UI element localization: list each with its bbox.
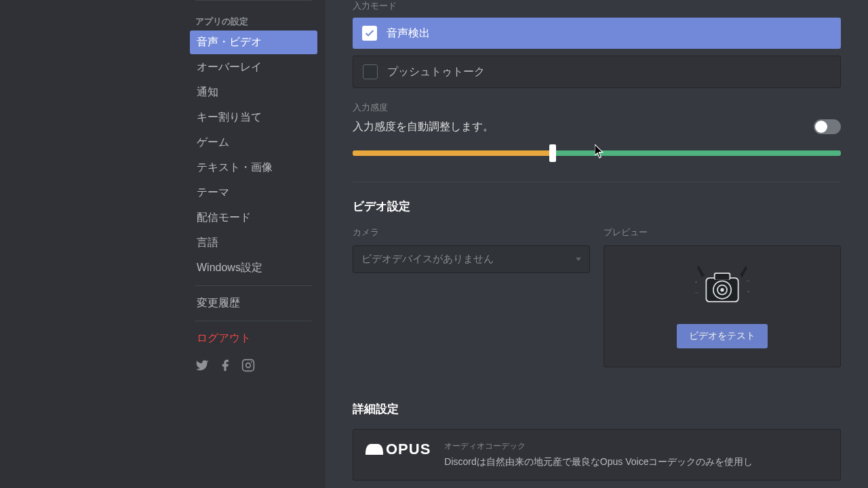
svg-point-2 (251, 361, 252, 363)
sidebar-item-game-activity[interactable]: ゲーム (190, 131, 317, 155)
sidebar-item-overlay[interactable]: オーバーレイ (190, 56, 317, 79)
camera-icon (692, 264, 753, 312)
input-mode-header: 入力モード (353, 0, 841, 12)
sidebar-header-app: アプリの設定 (190, 6, 317, 30)
ptt-label: プッシュトゥトーク (387, 65, 485, 79)
sidebar-item-appearance[interactable]: テーマ (190, 181, 317, 205)
svg-point-3 (695, 281, 697, 283)
sidebar-item-notifications[interactable]: 通知 (190, 81, 317, 104)
svg-rect-10 (715, 274, 730, 280)
slider-track-low (353, 150, 553, 156)
sidebar-item-text-images[interactable]: テキスト・画像 (190, 156, 317, 180)
input-mode-voice-activity[interactable]: 音声検出 (353, 18, 841, 49)
sidebar-item-voice-video[interactable]: 音声・ビデオ (190, 30, 317, 54)
codec-label: オーディオコーデック (444, 441, 753, 452)
codec-desc: Discordは自然由来の地元産で最良なOpus Voiceコーデックのみを使用… (444, 455, 753, 469)
camera-select[interactable]: ビデオデバイスがありません (353, 245, 590, 273)
camera-select-value: ビデオデバイスがありません (361, 253, 494, 266)
sensitivity-desc: 入力感度を自動調整します。 (353, 120, 494, 134)
voice-activity-label: 音声検出 (387, 26, 430, 41)
advanced-header: 詳細設定 (353, 401, 841, 417)
video-settings-header: ビデオ設定 (353, 199, 841, 214)
checkbox-unchecked-icon (363, 64, 378, 79)
svg-rect-0 (243, 360, 254, 371)
sensitivity-slider[interactable] (353, 145, 841, 160)
svg-point-15 (720, 288, 724, 291)
auto-sensitivity-toggle[interactable] (814, 119, 841, 134)
test-video-button[interactable]: ビデオをテスト (677, 324, 768, 348)
toggle-knob (815, 121, 827, 133)
opus-logo: OPUS (366, 441, 431, 458)
slider-track-high (553, 150, 841, 156)
svg-point-4 (747, 291, 749, 293)
sidebar-item-windows-settings[interactable]: Windows設定 (190, 256, 317, 280)
audio-codec-box: OPUS オーディオコーデック Discordは自然由来の地元産で最良なOpus… (353, 429, 841, 481)
slider-handle[interactable] (549, 144, 556, 162)
facebook-icon[interactable] (218, 359, 232, 375)
svg-point-1 (246, 363, 251, 368)
chevron-down-icon (576, 258, 581, 261)
input-mode-ptt[interactable]: プッシュトゥトーク (353, 56, 841, 88)
video-preview: ビデオをテスト (604, 245, 841, 367)
sidebar-item-language[interactable]: 言語 (190, 231, 317, 255)
twitter-icon[interactable] (195, 359, 209, 375)
sensitivity-label: 入力感度 (353, 102, 841, 114)
sidebar-item-streamer-mode[interactable]: 配信モード (190, 206, 317, 230)
sidebar-item-changelog[interactable]: 変更履歴 (190, 291, 317, 315)
sidebar-item-keybinds[interactable]: キー割り当て (190, 106, 317, 129)
checkbox-checked-icon (362, 26, 377, 41)
preview-label: プレビュー (604, 226, 841, 239)
instagram-icon[interactable] (241, 359, 255, 375)
camera-label: カメラ (353, 226, 590, 239)
sidebar-item-logout[interactable]: ログアウト (190, 327, 317, 350)
